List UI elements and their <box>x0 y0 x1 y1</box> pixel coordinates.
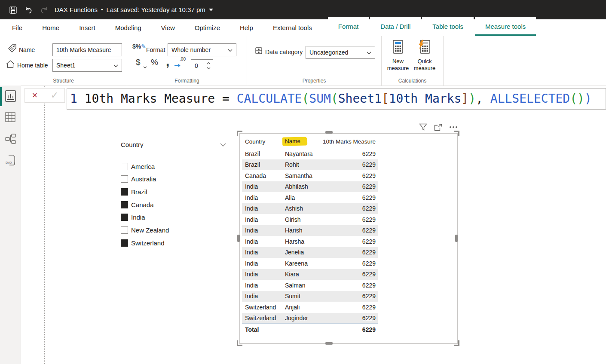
checkbox-checked[interactable] <box>121 201 128 208</box>
checkbox-unchecked[interactable] <box>121 226 128 234</box>
formula-bar-input[interactable]: 1 10th Marks Measure = CALCULATE(SUM(She… <box>67 88 606 110</box>
number-stepper[interactable] <box>205 61 211 71</box>
currency-format-button[interactable]: $ <box>136 58 141 67</box>
table-row[interactable]: IndiaAbhilash6229 <box>242 181 378 193</box>
chevron-down-icon[interactable] <box>143 63 147 70</box>
slicer-item-brazil[interactable]: Brazil <box>121 187 147 197</box>
slicer-item-australia[interactable]: Australia <box>121 174 156 184</box>
table-row[interactable]: IndiaHarsha6229 <box>242 236 378 247</box>
table-row[interactable]: SwitzerlandAnjali6229 <box>242 302 378 313</box>
focus-mode-icon[interactable] <box>434 124 442 131</box>
resize-handle-bottom-left[interactable] <box>237 340 242 346</box>
table-row[interactable]: CanadaSamantha6229 <box>242 170 378 181</box>
report-view-icon[interactable] <box>5 90 16 104</box>
format-label: Format <box>146 46 165 53</box>
cell-name: Samantha <box>285 172 320 179</box>
percent-format-button[interactable]: % <box>151 58 158 67</box>
table-row[interactable]: SwitzerlandJoginder6229 <box>242 313 378 324</box>
undo-button[interactable] <box>23 5 34 15</box>
table-row[interactable]: IndiaSumit6229 <box>242 291 378 302</box>
formula-line-number: 1 <box>70 92 77 106</box>
chevron-down-icon[interactable] <box>220 141 226 148</box>
tab-home[interactable]: Home <box>32 19 69 36</box>
slicer-item-new-zealand[interactable]: New Zealand <box>121 225 169 236</box>
data-category-select[interactable]: Uncategorized <box>306 46 375 59</box>
tab-data-drill[interactable]: Data / Drill <box>370 17 421 36</box>
more-options-icon[interactable] <box>449 126 458 128</box>
redo-button[interactable] <box>39 5 49 15</box>
tab-external-tools[interactable]: External tools <box>263 19 322 36</box>
data-view-icon[interactable] <box>5 112 15 124</box>
table-row[interactable]: IndiaGirish6229 <box>242 214 378 225</box>
slicer-item-label[interactable]: India <box>131 214 145 221</box>
cell-measure: 6229 <box>320 315 378 321</box>
tab-format[interactable]: Format <box>328 17 369 36</box>
formula-commit-button[interactable]: ✓ <box>45 89 64 102</box>
table-row[interactable]: IndiaAlia6229 <box>242 192 378 203</box>
slicer-item-label[interactable]: Australia <box>131 175 156 183</box>
formula-cancel-button[interactable]: × <box>25 89 45 102</box>
slicer-item-label[interactable]: Switzerland <box>131 239 165 247</box>
tab-help[interactable]: Help <box>230 19 263 36</box>
table-row[interactable]: BrazilNayantara6229 <box>242 148 378 159</box>
tab-measure-tools[interactable]: Measure tools <box>475 17 536 36</box>
save-button[interactable] <box>8 5 18 15</box>
checkbox-unchecked[interactable] <box>121 175 128 183</box>
filter-icon[interactable] <box>419 123 427 131</box>
checkbox-checked[interactable] <box>121 188 128 196</box>
cell-name: Ashish <box>285 205 320 212</box>
check-icon: ✓ <box>51 90 58 101</box>
slicer-item-america[interactable]: America <box>121 161 155 171</box>
decimal-places-input[interactable] <box>191 59 213 72</box>
tab-file[interactable]: File <box>2 19 32 36</box>
thousands-separator-button[interactable]: , <box>166 54 169 69</box>
measure-name-value[interactable] <box>53 44 122 56</box>
checkbox-checked[interactable] <box>121 214 128 221</box>
table-row[interactable]: IndiaSalman6229 <box>242 280 378 291</box>
cell-country: India <box>242 227 285 234</box>
slicer-item-india[interactable]: India <box>121 212 145 223</box>
cell-country: India <box>242 260 285 267</box>
checkbox-checked[interactable] <box>121 239 128 247</box>
tab-table-tools[interactable]: Table tools <box>422 17 474 36</box>
resize-handle-right[interactable] <box>455 235 458 242</box>
measure-name-input[interactable] <box>52 43 122 56</box>
slicer-item-label[interactable]: America <box>131 163 155 170</box>
slicer-item-canada[interactable]: Canada <box>121 199 154 210</box>
table-row[interactable]: IndiaAshish6229 <box>242 203 378 214</box>
slicer-item-label[interactable]: Brazil <box>131 188 147 196</box>
checkbox-unchecked[interactable] <box>121 163 128 170</box>
country-slicer[interactable]: Country AmericaAustraliaBrazilCanadaIndi… <box>121 140 226 149</box>
model-view-icon[interactable] <box>5 134 16 146</box>
dax-query-view-icon[interactable]: DAX <box>5 154 16 169</box>
caret-down-icon[interactable] <box>209 9 213 11</box>
table-row[interactable]: IndiaKiara6229 <box>242 269 378 280</box>
column-header-measure[interactable]: 10th Marks Measure <box>320 138 378 145</box>
tab-modeling[interactable]: Modeling <box>105 19 151 36</box>
resize-handle-top[interactable] <box>325 131 333 134</box>
resize-handle-bottom[interactable] <box>325 342 333 345</box>
table-row[interactable]: IndiaKareena6229 <box>242 258 378 269</box>
slicer-item-label[interactable]: New Zealand <box>131 226 169 234</box>
table-row[interactable]: BrazilRohit6229 <box>242 159 378 171</box>
resize-handle-left[interactable] <box>237 235 240 242</box>
quick-measure-button[interactable]: Quick measure <box>412 40 438 72</box>
slicer-item-label[interactable]: Canada <box>131 201 154 208</box>
resize-handle-top-left[interactable] <box>237 131 242 136</box>
formula-token: ) <box>468 92 476 106</box>
tab-optimize[interactable]: Optimize <box>185 19 230 36</box>
table-row[interactable]: IndiaJenelia6229 <box>242 247 378 258</box>
cell-measure: 6229 <box>320 150 378 157</box>
column-header-country[interactable]: Country <box>242 138 285 145</box>
column-header-name[interactable]: Name <box>285 137 320 146</box>
tab-view[interactable]: View <box>151 19 185 36</box>
format-select[interactable]: Whole number <box>168 43 236 56</box>
resize-handle-bottom-right[interactable] <box>454 340 459 346</box>
resize-handle-top-right[interactable] <box>454 131 459 136</box>
new-measure-button[interactable]: New measure <box>385 40 411 72</box>
slicer-item-switzerland[interactable]: Switzerland <box>121 238 165 248</box>
decimal-places-icon[interactable]: .00 <box>174 57 186 69</box>
table-row[interactable]: IndiaHarish6229 <box>242 225 378 236</box>
tab-insert[interactable]: Insert <box>69 19 105 36</box>
home-table-select[interactable]: Sheet1 <box>52 59 122 72</box>
